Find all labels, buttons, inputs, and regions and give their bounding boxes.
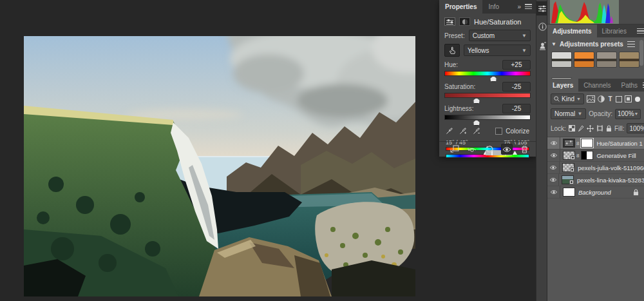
colorize-checkbox[interactable] bbox=[495, 128, 502, 135]
lock-artboard-icon[interactable] bbox=[596, 124, 603, 133]
tab-libraries[interactable]: Libraries bbox=[597, 24, 632, 37]
lock-position-icon[interactable] bbox=[587, 124, 594, 133]
adjustments-presets-section: ▼ Adjustments presets bbox=[547, 37, 644, 79]
layer-visibility-toggle[interactable] bbox=[547, 174, 559, 186]
lightness-slider-thumb[interactable] bbox=[473, 120, 480, 126]
tab-info[interactable]: Info bbox=[482, 0, 505, 14]
hue-slider[interactable] bbox=[444, 71, 531, 76]
layer-row-background[interactable]: Background bbox=[547, 186, 644, 199]
tab-adjustments-label: Adjustments bbox=[553, 28, 592, 35]
layers-tabbar: Layers Channels Paths bbox=[547, 79, 644, 92]
add-to-sample-eyedropper-icon[interactable] bbox=[459, 126, 466, 136]
tab-paths[interactable]: Paths bbox=[616, 79, 643, 92]
layer-row-hue-saturation[interactable]: 8 Hue/Saturation 1 bbox=[547, 137, 644, 150]
filter-shape-layers-icon[interactable] bbox=[616, 94, 622, 104]
collapse-panel-icon[interactable]: » bbox=[517, 3, 521, 10]
adjustment-preset-thumbnail-1[interactable] bbox=[551, 52, 572, 68]
layer-filter-kind-dropdown[interactable]: Kind ▼ bbox=[551, 93, 584, 104]
tab-channels[interactable]: Channels bbox=[578, 79, 616, 92]
adjustment-preset-thumbnail-4[interactable] bbox=[619, 52, 639, 68]
hue-value-input[interactable]: +25 bbox=[502, 60, 531, 70]
panel-dock-strip bbox=[536, 0, 547, 301]
filter-type-layers-icon[interactable]: T bbox=[607, 94, 613, 104]
tab-properties[interactable]: Properties bbox=[439, 0, 482, 14]
info-panel-dock-button[interactable] bbox=[536, 19, 548, 34]
lock-transparent-pixels-icon[interactable] bbox=[569, 124, 575, 133]
layer-mask-link-icon[interactable]: 8 bbox=[576, 141, 579, 146]
layer-row-pexels-julia-volk[interactable]: pexels-julia-volk-5110960 bbox=[547, 162, 644, 174]
layer-mask-thumbnail[interactable] bbox=[581, 139, 593, 148]
lightness-label: Lightness: bbox=[444, 105, 474, 112]
tab-properties-label: Properties bbox=[445, 3, 477, 10]
layer-name[interactable]: pexels-julia-volk-5110960 bbox=[578, 164, 644, 171]
reset-adjustment-button[interactable] bbox=[484, 144, 495, 155]
filter-adjustment-layers-icon[interactable] bbox=[598, 94, 605, 104]
background-layer-thumbnail[interactable] bbox=[563, 188, 575, 197]
filter-smart-objects-icon[interactable] bbox=[625, 94, 632, 104]
tab-layers[interactable]: Layers bbox=[547, 79, 578, 92]
properties-panel-dock-button[interactable] bbox=[536, 1, 548, 15]
saturation-value-input[interactable]: -25 bbox=[502, 82, 531, 92]
background-lock-icon bbox=[633, 189, 639, 196]
clip-to-layer-button[interactable] bbox=[449, 144, 460, 155]
layer-row-pexels-lina-kivaka[interactable]: pexels-lina-kivaka-5328309 bbox=[547, 174, 644, 186]
presets-scrollbar[interactable] bbox=[639, 40, 643, 66]
layer-name[interactable]: Background bbox=[578, 189, 611, 196]
hue-slider-thumb[interactable] bbox=[490, 76, 497, 82]
fill-input[interactable]: 100%▼ bbox=[627, 123, 644, 133]
eye-icon bbox=[550, 153, 558, 158]
toggle-layer-visibility-button[interactable] bbox=[501, 144, 513, 155]
layer-filter-toggle[interactable] bbox=[634, 94, 641, 104]
lightness-value-input[interactable]: -25 bbox=[502, 104, 531, 113]
layer-mask-link-icon[interactable]: 8 bbox=[576, 153, 579, 159]
adjustments-menu-icon[interactable] bbox=[637, 28, 644, 34]
panel-menu-icon[interactable] bbox=[525, 4, 532, 10]
adjustment-layer-thumbnail[interactable] bbox=[563, 139, 575, 148]
layer-visibility-toggle[interactable] bbox=[547, 162, 560, 173]
channel-dropdown[interactable]: Yellows ▼ bbox=[464, 44, 531, 56]
layer-visibility-toggle[interactable] bbox=[547, 150, 560, 161]
filter-kind-value: Kind bbox=[562, 95, 574, 102]
blend-mode-dropdown[interactable]: Normal ▼ bbox=[551, 108, 586, 119]
colorize-checkbox-row[interactable]: Colorize bbox=[495, 128, 529, 135]
smart-object-layer-thumbnail[interactable] bbox=[562, 163, 574, 172]
adjustment-preset-thumbnail-2[interactable] bbox=[574, 52, 594, 68]
histogram-panel[interactable] bbox=[547, 0, 644, 24]
eyedropper-icon[interactable] bbox=[446, 126, 453, 136]
adjustments-tabbar: Adjustments Libraries bbox=[547, 24, 644, 37]
targeted-adjustment-tool-button[interactable] bbox=[444, 44, 460, 57]
smart-object-badge-icon bbox=[570, 168, 574, 172]
history-stamp-icon bbox=[538, 42, 547, 50]
subtract-from-sample-eyedropper-icon[interactable] bbox=[473, 126, 480, 136]
saturation-slider-thumb[interactable] bbox=[473, 98, 480, 104]
filter-pixel-layers-icon[interactable] bbox=[587, 94, 595, 104]
fill-label: Fill: bbox=[614, 125, 625, 132]
tab-info-label: Info bbox=[488, 3, 499, 10]
history-panel-dock-button[interactable] bbox=[536, 39, 548, 53]
opacity-input[interactable]: 100%▼ bbox=[615, 109, 641, 119]
layer-visibility-toggle[interactable] bbox=[547, 186, 560, 198]
layer-name[interactable]: pexels-lina-kivaka-5328309 bbox=[577, 177, 644, 184]
layer-visibility-toggle[interactable] bbox=[547, 137, 560, 149]
delete-adjustment-button[interactable] bbox=[518, 144, 530, 155]
layer-row-generative-fill[interactable]: 8 Generative Fill bbox=[547, 150, 644, 162]
photo-layer-thumbnail[interactable] bbox=[562, 175, 574, 184]
search-icon bbox=[554, 96, 560, 102]
lock-all-icon[interactable] bbox=[606, 124, 612, 133]
preset-label: Preset: bbox=[444, 32, 465, 39]
lock-image-pixels-icon[interactable] bbox=[578, 124, 584, 133]
saturation-slider[interactable] bbox=[444, 93, 531, 98]
list-view-icon[interactable] bbox=[627, 41, 635, 48]
layer-name[interactable]: Hue/Saturation 1 bbox=[596, 140, 642, 147]
canvas-photo[interactable] bbox=[24, 36, 415, 296]
view-previous-state-button[interactable] bbox=[466, 144, 478, 155]
chevron-expand-icon[interactable]: ▼ bbox=[551, 41, 556, 47]
preset-dropdown[interactable]: Custom ▼ bbox=[469, 30, 531, 41]
layer-mask-thumbnail[interactable] bbox=[581, 151, 593, 160]
adjustment-preset-thumbnail-3[interactable] bbox=[596, 52, 617, 68]
tab-adjustments[interactable]: Adjustments bbox=[547, 24, 597, 37]
generative-fill-layer-thumbnail[interactable] bbox=[563, 151, 575, 160]
layer-name[interactable]: Generative Fill bbox=[596, 152, 636, 159]
lightness-slider[interactable] bbox=[444, 115, 531, 120]
eye-icon bbox=[549, 165, 557, 170]
